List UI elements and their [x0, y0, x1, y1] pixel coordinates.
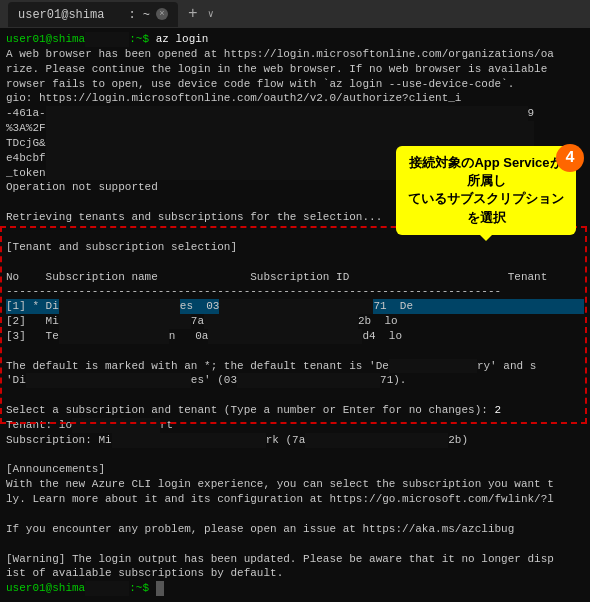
table-row-1: [1] * Di es 03 71 De: [6, 299, 584, 314]
prompt-line-1: user01@shima :~$ az login: [6, 32, 584, 47]
callout-balloon: 接続対象のApp Serviceが所属しているサブスクリプションを選択: [396, 146, 576, 235]
blank-5: [6, 388, 584, 403]
warning-2: ist of available subscriptions by defaul…: [6, 566, 584, 581]
chevron-down-icon[interactable]: ∨: [208, 8, 214, 20]
subscription-output: Subscription: Mi rk (7a 2b): [6, 433, 584, 448]
tab-label: user01@shima : ~: [18, 6, 150, 23]
blank-7: [6, 507, 584, 522]
section-header-2: [Announcements]: [6, 462, 584, 477]
terminal-area: user01@shima :~$ az login A web browser …: [0, 28, 590, 602]
announce-1: With the new Azure CLI login experience,…: [6, 477, 584, 492]
table-row-3: [3] Te n 0a d4 lo: [6, 329, 584, 344]
blank-4: [6, 344, 584, 359]
terminal-tab[interactable]: user01@shima : ~ ×: [8, 2, 178, 27]
tenant-output: Tenant: lo rt: [6, 418, 584, 433]
output-line-2: rize. Please continue the login in the w…: [6, 62, 584, 77]
callout-text: 接続対象のApp Serviceが所属しているサブスクリプションを選択: [408, 155, 564, 225]
table-header: No Subscription name Subscription ID Ten…: [6, 270, 584, 285]
close-tab-button[interactable]: ×: [156, 8, 168, 20]
table-row-2: [2] Mi 7a 2b lo: [6, 314, 584, 329]
blank-3: [6, 255, 584, 270]
warning-1: [Warning] The login output has been upda…: [6, 552, 584, 567]
step-badge-4: 4: [556, 144, 584, 172]
output-line-6: %3A%2F: [6, 121, 584, 136]
prompt-line-2: user01@shima :~$: [6, 581, 584, 596]
output-default-2: 'Di es' (03 71).: [6, 373, 584, 388]
add-tab-button[interactable]: +: [184, 5, 202, 23]
output-line-1: A web browser has been opened at https:/…: [6, 47, 584, 62]
output-line-4: gio: https://login.microsoftonline.com/o…: [6, 91, 584, 106]
section-header-1: [Tenant and subscription selection]: [6, 240, 584, 255]
select-prompt: Select a subscription and tenant (Type a…: [6, 403, 584, 418]
titlebar: user01@shima : ~ × + ∨: [0, 0, 590, 28]
output-line-3: rowser fails to open, use device code fl…: [6, 77, 584, 92]
table-separator: ----------------------------------------…: [6, 284, 584, 299]
announce-2: ly. Learn more about it and its configur…: [6, 492, 584, 507]
blank-6: [6, 448, 584, 463]
blank-8: [6, 537, 584, 552]
output-default-1: The default is marked with an *; the def…: [6, 359, 584, 374]
output-line-5: -461a- 9: [6, 106, 584, 121]
announce-3: If you encounter any problem, please ope…: [6, 522, 584, 537]
